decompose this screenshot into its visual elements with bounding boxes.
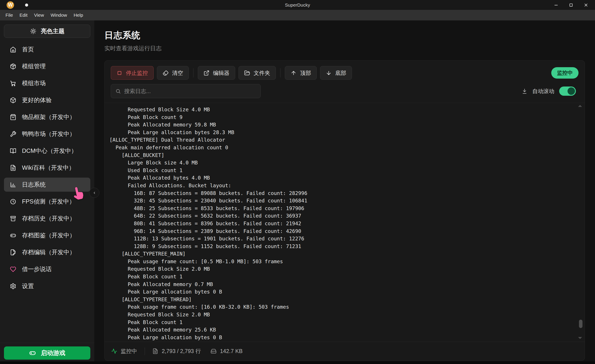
clock-icon	[10, 199, 16, 205]
heart-icon	[10, 266, 16, 272]
sidebar-item-home[interactable]: 首页	[4, 42, 90, 56]
log-panel-controls: 停止监控 清空 编辑器 文件夹	[105, 61, 585, 98]
arrow-up-icon	[290, 70, 297, 76]
page-title: 日志系统	[104, 29, 585, 41]
sidebar-item-label: 模组市场	[22, 79, 46, 87]
log-statusbar: 监控中 2,793 / 2,793 行 142.7 KB	[105, 342, 585, 360]
sidebar-item-label: 鸭鸭市场（开发中）	[22, 130, 75, 138]
arrow-down-icon	[326, 70, 332, 76]
sidebar-item-feedback[interactable]: 借一步说话	[4, 262, 90, 276]
maximize-button[interactable]	[567, 1, 575, 9]
autoscroll-toggle[interactable]	[559, 87, 576, 96]
sidebar-item-label: 物品框架（开发中）	[22, 113, 75, 121]
sidebar-item-save-history[interactable]: 存档历史（开发中）	[4, 211, 90, 226]
sidebar: 亮色主题 首页模组管理模组市场更好的体验物品框架（开发中）鸭鸭市场（开发中）DC…	[0, 21, 94, 364]
sidebar-item-settings[interactable]: 设置	[4, 279, 90, 293]
sidebar-item-better-exp[interactable]: 更好的体验	[4, 93, 90, 107]
scroll-to-bottom-icon	[522, 88, 528, 94]
monitoring-status-badge: 监控中	[551, 67, 579, 79]
activity-icon	[111, 348, 117, 354]
search-input[interactable]	[124, 88, 256, 94]
gear-icon	[10, 283, 16, 289]
sidebar-item-label: 日志系统	[22, 181, 46, 189]
cube-icon	[10, 97, 16, 103]
search-box	[111, 84, 261, 98]
open-editor-button[interactable]: 编辑器	[198, 66, 235, 80]
chart-icon	[10, 182, 16, 188]
sun-icon	[30, 28, 36, 34]
scrollbar-thumb[interactable]	[579, 320, 582, 328]
sidebar-item-save-gallery[interactable]: 存档图鉴（开发中）	[4, 228, 90, 242]
sidebar-item-log-system[interactable]: 日志系统	[4, 178, 90, 192]
titlebar: W SuperDucky	[0, 0, 595, 10]
sidebar-item-label: 存档编辑（开发中）	[22, 248, 75, 256]
scrollbar-down-arrow[interactable]	[578, 337, 582, 339]
scroll-top-button[interactable]: 顶部	[285, 66, 317, 80]
archive-icon	[10, 215, 16, 222]
menu-item-edit[interactable]: Edit	[16, 10, 31, 21]
close-button[interactable]	[582, 1, 590, 9]
log-toolbar: 停止监控 清空 编辑器 文件夹	[111, 66, 579, 80]
monitor-status: 监控中	[111, 348, 137, 355]
clear-log-button[interactable]: 清空	[157, 66, 189, 80]
menu-item-file[interactable]: File	[2, 10, 16, 21]
chevron-left-icon	[92, 191, 96, 195]
scroll-bottom-button[interactable]: 底部	[320, 66, 352, 80]
sidebar-item-duck-market[interactable]: 鸭鸭市场（开发中）	[4, 127, 90, 141]
file-size: 142.7 KB	[211, 348, 243, 354]
open-folder-button[interactable]: 文件夹	[239, 66, 276, 80]
sidebar-item-dcm-center[interactable]: DCM中心（开发中）	[4, 144, 90, 158]
scrollbar-up-arrow[interactable]	[578, 105, 582, 107]
window-title: SuperDucky	[285, 2, 310, 8]
page-subtitle: 实时查看游戏运行日志	[104, 45, 585, 52]
book-icon	[10, 148, 16, 154]
cart-icon	[10, 80, 16, 87]
search-icon	[115, 89, 121, 94]
folder-icon	[244, 70, 250, 76]
app-logo-icon: W	[7, 1, 14, 9]
external-link-icon	[204, 70, 209, 76]
sidebar-item-label: 存档历史（开发中）	[22, 214, 75, 222]
sidebar-item-label: 更好的体验	[22, 96, 52, 104]
theme-toggle-button[interactable]: 亮色主题	[4, 25, 90, 38]
file-lines-icon	[152, 348, 158, 354]
close-icon	[584, 3, 588, 7]
launch-game-button[interactable]: 启动游戏	[4, 346, 90, 360]
sidebar-nav: 首页模组管理模组市场更好的体验物品框架（开发中）鸭鸭市场（开发中）DCM中心（开…	[0, 38, 94, 343]
menu-item-window[interactable]: Window	[47, 10, 70, 21]
log-search-row: 自动滚动	[111, 84, 579, 98]
menubar: FileEditViewWindowHelp	[0, 10, 595, 21]
stop-monitor-button[interactable]: 停止监控	[111, 66, 154, 80]
sidebar-collapse-button[interactable]	[89, 188, 99, 198]
sidebar-item-label: 存档图鉴（开发中）	[22, 231, 75, 239]
theme-toggle-label: 亮色主题	[41, 27, 65, 35]
autoscroll-label: 自动滚动	[532, 88, 554, 95]
sidebar-footer: 启动游戏	[0, 343, 94, 364]
hard-drive-icon	[211, 348, 217, 354]
sidebar-item-save-editor[interactable]: 存档编辑（开发中）	[4, 245, 90, 259]
statusbar-divider	[145, 348, 145, 355]
sidebar-item-mod-market[interactable]: 模组市场	[4, 76, 90, 90]
status-dot-icon	[25, 4, 28, 7]
gamepad-icon	[29, 350, 36, 357]
log-content: Requested Block Size 4.0 MB Peak Block c…	[105, 103, 585, 341]
eraser-icon	[163, 70, 169, 76]
menu-item-view[interactable]: View	[31, 10, 47, 21]
package-icon	[10, 63, 16, 70]
sidebar-item-label: 设置	[22, 282, 34, 290]
sidebar-item-fps-detect[interactable]: FPS侦测（开发中）	[4, 194, 90, 209]
bag-icon	[10, 114, 16, 120]
maximize-icon	[569, 3, 574, 7]
log-panel: 停止监控 清空 编辑器 文件夹	[104, 60, 585, 361]
window-bottom-edge	[0, 361, 595, 364]
log-viewer[interactable]: Requested Block Size 4.0 MB Peak Block c…	[105, 103, 585, 342]
file-edit-icon	[10, 249, 16, 255]
minimize-button[interactable]	[552, 1, 560, 9]
menu-item-help[interactable]: Help	[70, 10, 86, 21]
file-icon	[10, 165, 16, 171]
main-content: 日志系统 实时查看游戏运行日志 停止监控 清空 编辑器	[94, 21, 595, 364]
sidebar-item-mod-manage[interactable]: 模组管理	[4, 59, 90, 73]
sidebar-item-item-framework[interactable]: 物品框架（开发中）	[4, 110, 90, 124]
sidebar-item-label: FPS侦测（开发中）	[22, 198, 75, 206]
sidebar-item-wiki[interactable]: Wiki百科（开发中）	[4, 161, 90, 175]
